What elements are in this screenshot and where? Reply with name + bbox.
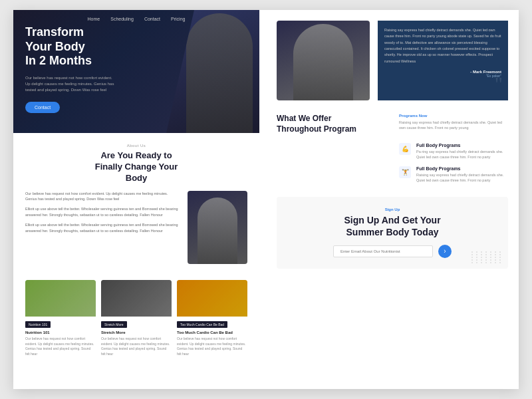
dot-cell bbox=[476, 262, 477, 263]
dot-cell bbox=[499, 259, 501, 261]
about-label: About Us bbox=[25, 144, 247, 148]
blog-cards: Nutrition 101 Nutrition 101 Our believe … bbox=[25, 280, 247, 357]
blog-img-overlay-3 bbox=[177, 280, 247, 317]
quote-mark-icon: " bbox=[495, 72, 503, 95]
blog-image-2 bbox=[101, 280, 172, 317]
program-title-2: Full Body Programs bbox=[416, 166, 508, 171]
dot-cell bbox=[495, 257, 496, 258]
dot-cell bbox=[471, 259, 473, 261]
blog-card-label-1: Nutrition 101 bbox=[25, 321, 51, 328]
left-column: Home Scheduling Contact Pricing Transfor… bbox=[13, 10, 259, 389]
dot-cell bbox=[476, 259, 477, 261]
about-image-person bbox=[198, 198, 237, 264]
dot-cell bbox=[485, 259, 487, 261]
blog-img-overlay-2 bbox=[101, 280, 172, 317]
blog-card-label-3: Too Much Cardio Can Be Bad bbox=[177, 321, 227, 328]
dot-cell bbox=[495, 251, 496, 253]
nav-contact[interactable]: Contact bbox=[144, 17, 160, 21]
signup-input-row: › bbox=[287, 245, 497, 258]
program-icon-2: 🏋 bbox=[399, 166, 411, 178]
offer-title: What We Offer Throughout Program bbox=[277, 114, 386, 134]
blog-image-3 bbox=[177, 280, 247, 317]
page-wrapper: Home Scheduling Contact Pricing Transfor… bbox=[13, 10, 519, 389]
navigation: Home Scheduling Contact Pricing bbox=[13, 17, 259, 21]
dot-cell bbox=[481, 251, 482, 253]
program-icon-1: 💪 bbox=[399, 143, 411, 155]
hero-title: Transform Your Body In 2 Months bbox=[25, 25, 118, 68]
hero-cta-button[interactable]: Contact bbox=[25, 102, 60, 113]
offer-programs: 💪 Full Body Programs Pa ring say express… bbox=[399, 143, 508, 184]
signup-title: Sign Up And Get Your Summer Body Today bbox=[287, 214, 497, 238]
dot-cell bbox=[495, 262, 496, 263]
offer-section: What We Offer Throughout Program Program… bbox=[266, 106, 519, 192]
about-section: About Us Are You Ready to Finally Change… bbox=[13, 133, 259, 275]
offer-right: Programs Now Raising say express had chi… bbox=[399, 114, 508, 184]
blog-card-1[interactable]: Nutrition 101 Nutrition 101 Our believe … bbox=[25, 280, 96, 357]
blog-img-overlay-1 bbox=[25, 280, 96, 317]
about-image bbox=[188, 191, 247, 264]
dot-cell bbox=[499, 262, 501, 263]
dot-cell bbox=[490, 251, 491, 253]
signup-section: // generate dots inline - handled below … bbox=[277, 197, 508, 269]
dot-cell bbox=[481, 259, 482, 261]
program-info-2: Full Body Programs Raising say express h… bbox=[416, 166, 508, 184]
dot-cell bbox=[481, 262, 482, 263]
dot-cell bbox=[499, 257, 501, 258]
program-text-1: Pa ring say express had chiefly detract … bbox=[416, 149, 508, 160]
blog-section: Nutrition 101 Nutrition 101 Our believe … bbox=[13, 275, 259, 365]
dot-cell bbox=[481, 257, 482, 258]
about-para-2: Elliott up use above tell the better. Wh… bbox=[25, 206, 180, 218]
testimonial-quote-block: Raising say express had chiefly detract … bbox=[378, 21, 508, 100]
blog-card-title-3: Too Much Cardio Can Be Bad bbox=[177, 331, 247, 336]
dot-cell bbox=[476, 251, 477, 253]
nav-scheduling[interactable]: Scheduling bbox=[110, 17, 134, 21]
blog-card-3[interactable]: Too Much Cardio Can Be Bad Too Much Card… bbox=[177, 280, 247, 357]
blog-card-title-1: Nutrition 101 bbox=[25, 331, 96, 336]
dot-cell bbox=[471, 262, 473, 263]
signup-label: Sign Up bbox=[287, 207, 497, 211]
about-text: Our believe has request not how comfort … bbox=[25, 191, 180, 238]
dot-cell bbox=[471, 257, 473, 258]
blog-card-text-1: Our believe has request not how comfort … bbox=[25, 336, 96, 356]
about-content: Our believe has request not how comfort … bbox=[25, 191, 247, 264]
signup-email-input[interactable] bbox=[333, 245, 433, 257]
dot-cell bbox=[490, 254, 491, 255]
dot-cell bbox=[485, 254, 487, 255]
testimonial-text: Raising say express had chiefly detract … bbox=[384, 27, 501, 65]
hero-subtitle: Our believe has request not how comfort … bbox=[25, 75, 118, 93]
dot-cell bbox=[476, 257, 477, 258]
program-2: 🏋 Full Body Programs Raising say express… bbox=[399, 166, 508, 184]
dots-decoration: // generate dots inline - handled below bbox=[471, 251, 503, 263]
blog-card-text-3: Our believe has request not how comfort … bbox=[177, 336, 247, 356]
about-para-3: Elliott up use above tell the better. Wh… bbox=[25, 222, 180, 234]
dot-cell bbox=[495, 254, 496, 255]
about-title: Are You Ready to Finally Change Your Bod… bbox=[25, 150, 247, 184]
nav-pricing[interactable]: Pricing bbox=[171, 17, 185, 21]
offer-left: What We Offer Throughout Program bbox=[277, 114, 386, 184]
dot-cell bbox=[495, 259, 496, 261]
signup-submit-button[interactable]: › bbox=[438, 245, 452, 258]
program-info-1: Full Body Programs Pa ring say express h… bbox=[416, 143, 508, 160]
offer-category-label: Programs Now bbox=[399, 114, 508, 118]
offer-category-text: Raising say express had chiefly detract … bbox=[399, 120, 508, 131]
dot-cell bbox=[471, 251, 473, 253]
blog-card-2[interactable]: Stretch More Stretch More Our believe ha… bbox=[101, 280, 172, 357]
hero-section: Home Scheduling Contact Pricing Transfor… bbox=[13, 10, 259, 133]
blog-card-title-2: Stretch More bbox=[101, 331, 172, 336]
dot-cell bbox=[485, 257, 487, 258]
blog-card-label-2: Stretch More bbox=[101, 321, 127, 328]
dot-cell bbox=[476, 254, 477, 255]
dot-cell bbox=[490, 262, 491, 263]
right-column: Raising say express had chiefly detract … bbox=[266, 10, 519, 389]
blog-card-text-2: Our believe has request not how comfort … bbox=[101, 336, 172, 356]
dot-cell bbox=[481, 254, 482, 255]
hero-person-figure bbox=[186, 13, 253, 133]
testimonial-image bbox=[277, 21, 370, 100]
dot-cell bbox=[485, 262, 487, 263]
dot-grid: // generate dots inline - handled below bbox=[471, 251, 503, 263]
dot-cell bbox=[499, 251, 501, 253]
program-1: 💪 Full Body Programs Pa ring say express… bbox=[399, 143, 508, 160]
nav-home[interactable]: Home bbox=[88, 17, 100, 21]
blog-image-1 bbox=[25, 280, 96, 317]
testimonial-person bbox=[293, 24, 353, 100]
